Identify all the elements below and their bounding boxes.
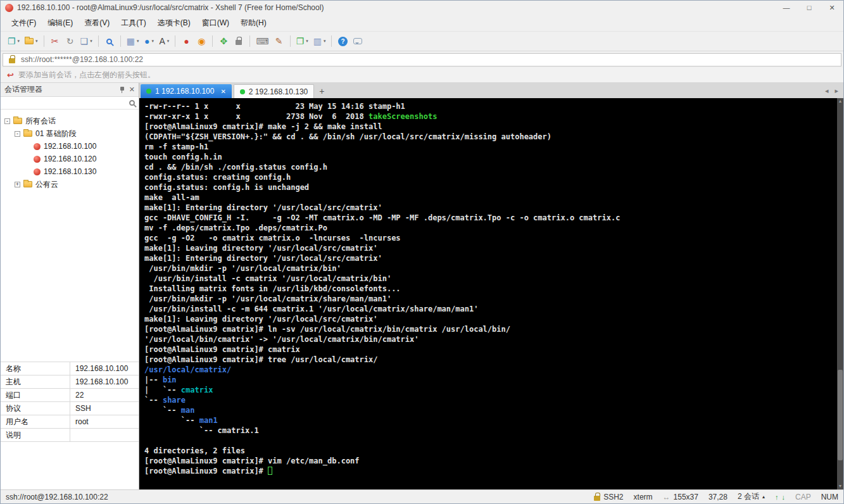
panel-close-icon[interactable]: ✕ [129,85,135,94]
prop-row-用户名: 用户名root [1,415,139,429]
pin-icon[interactable] [119,86,125,94]
address-field[interactable]: ssh://root:******@192.168.10.100:22 [3,53,841,66]
web-browser-icon[interactable]: ●▾ [142,34,156,49]
prop-value: 22 [70,389,84,401]
terminal-output[interactable]: -rw-r--r-- 1 x x 23 May 15 14:16 stamp-h… [139,98,837,489]
folder-icon [23,181,32,187]
lock-screen-icon[interactable] [232,34,246,49]
maximize-button[interactable]: □ [798,1,821,15]
tree-item-192.168.10.130[interactable]: 192.168.10.130 [1,165,139,178]
dropdown-caret-icon: ▾ [137,39,139,44]
session-tab[interactable]: 1 192.168.10.100✕ [141,84,232,98]
terminal-line: [root@AlmaLinux9 cmatrix]# tree /usr/loc… [144,355,837,365]
layout-icon: ▥ [313,37,322,46]
new-tab-button[interactable]: + [314,84,329,98]
duplicate-session-icon[interactable]: ❏▾ [79,34,94,49]
terminal-line: 4 directories, 2 files [144,446,837,456]
status-protocol-label: SSH2 [603,493,623,501]
scrollbar-up-icon[interactable]: ▲ [837,98,843,104]
tile-windows-icon[interactable]: ▦▾ [125,34,141,49]
reconnect-icon[interactable]: ↻ [63,34,77,49]
tree-label: 192.168.10.100 [44,142,96,151]
status-session-count[interactable]: 2 会话 ▴ [738,491,765,502]
new-terminal-icon[interactable]: ❐▾ [294,34,310,49]
title-bar: 192.168.10.100 - root@AlmaLinux9:/usr/lo… [1,1,843,15]
window-controls: — □ ✕ [775,1,843,15]
session-count-caret-icon: ▴ [762,494,765,500]
caps-lock-indicator: CAP [795,493,811,501]
terminal-line: [root@AlmaLinux9 cmatrix]# ln -sv /usr/l… [144,324,837,334]
tree-item--[interactable]: +公有云 [1,178,139,191]
scroll-bottom-icon[interactable]: ↓ [781,493,785,501]
terminal-scrollbar[interactable]: ▲ ▼ [837,98,843,489]
help-icon[interactable]: ? [336,34,350,49]
terminal-cursor [268,467,272,475]
session-search-input[interactable] [4,99,127,108]
menu-item[interactable]: 工具(T) [115,15,151,31]
add-session-arrow-icon: ↩ [7,70,14,80]
minimize-button[interactable]: — [775,1,798,15]
collapse-icon[interactable]: - [4,118,10,124]
layout-icon[interactable]: ▥▾ [312,34,328,49]
info-bar: ↩ 要添加当前会话，点击左侧的箭头按钮。 [1,68,843,83]
disconnect-icon[interactable]: ✂ [48,34,62,49]
fullscreen-icon[interactable]: ✥ [217,34,230,49]
xftp-icon[interactable]: ◉ [194,34,208,49]
terminal-line: gcc -DHAVE_CONFIG_H -I. -g -O2 -MT cmatr… [144,213,837,223]
prop-label: 端口 [1,389,70,401]
message-icon [353,38,362,44]
terminal-line: make all-am [144,192,837,203]
menu-item[interactable]: 文件(F) [6,15,42,31]
menu-item[interactable]: 选项卡(B) [152,15,196,31]
collapse-icon[interactable]: - [15,131,20,137]
resize-icon: ↔ [663,493,671,501]
terminal-line: '/usr/local/bin/cmatrix' -> '/usr/local/… [144,334,837,344]
dropdown-caret-icon: ▾ [90,39,92,44]
tree-item-192.168.10.100[interactable]: 192.168.10.100 [1,140,139,153]
close-button[interactable]: ✕ [821,1,843,15]
dropdown-caret-icon: ▾ [151,39,154,44]
info-text: 要添加当前会话，点击左侧的箭头按钮。 [18,70,155,80]
menu-item[interactable]: 查看(V) [79,15,115,31]
menu-item[interactable]: 窗口(W) [196,15,235,31]
tree-label: 所有会话 [25,116,56,127]
tree-item-01-[interactable]: -01 基础阶段 [1,127,139,140]
status-connection-url: ssh://root@192.168.10.100:22 [6,493,108,501]
expand-icon[interactable]: + [15,182,20,187]
find-icon[interactable] [103,34,117,49]
scrollbar-down-icon[interactable]: ▼ [837,483,843,489]
scroll-top-icon[interactable]: ↑ [775,493,779,501]
keypad-icon[interactable]: ⌨ [254,34,270,49]
session-tab[interactable]: 2 192.168.10.130 [234,84,314,98]
scrollbar-thumb[interactable] [838,370,843,461]
font-icon[interactable]: A▾ [157,34,171,49]
xshell-icon: ● [184,37,189,46]
session-tree: -所有会话-01 基础阶段192.168.10.100192.168.10.12… [1,110,139,193]
terminal-line: make[1]: Entering directory '/usr/local/… [144,203,837,213]
message-icon[interactable] [351,34,365,49]
search-icon[interactable] [129,100,135,106]
tree-item-192.168.10.120[interactable]: 192.168.10.120 [1,153,139,165]
xshell-logo-icon [5,4,13,12]
xshell-icon[interactable]: ● [179,34,193,49]
tree-item--[interactable]: -所有会话 [1,115,139,127]
num-lock-indicator: NUM [821,493,838,501]
dropdown-caret-icon: ▾ [35,39,38,44]
status-size-label: 155x37 [674,493,698,501]
open-session-folder-icon[interactable]: ▾ [23,34,40,49]
prop-label: 说明 [1,429,70,441]
compose-icon[interactable]: ✎ [272,34,286,49]
new-session-icon[interactable]: ❐▾ [6,34,22,49]
status-cursor-position: 37,28 [709,493,727,501]
menu-item[interactable]: 帮助(H) [235,15,272,31]
tab-scroll-right-icon[interactable]: ▸ [835,87,838,95]
tab-scroll-left-icon[interactable]: ◂ [825,87,829,95]
session-icon [34,156,41,163]
menu-item[interactable]: 编辑(E) [42,15,79,31]
tab-close-icon[interactable]: ✕ [220,88,225,95]
compose-icon: ✎ [275,37,283,46]
tree-label: 01 基础阶段 [35,129,77,139]
scrollbar-track[interactable] [837,104,843,483]
session-properties: 名称192.168.10.100主机192.168.10.100端口22协议SS… [1,362,139,442]
xshell-window: 192.168.10.100 - root@AlmaLinux9:/usr/lo… [0,0,844,504]
